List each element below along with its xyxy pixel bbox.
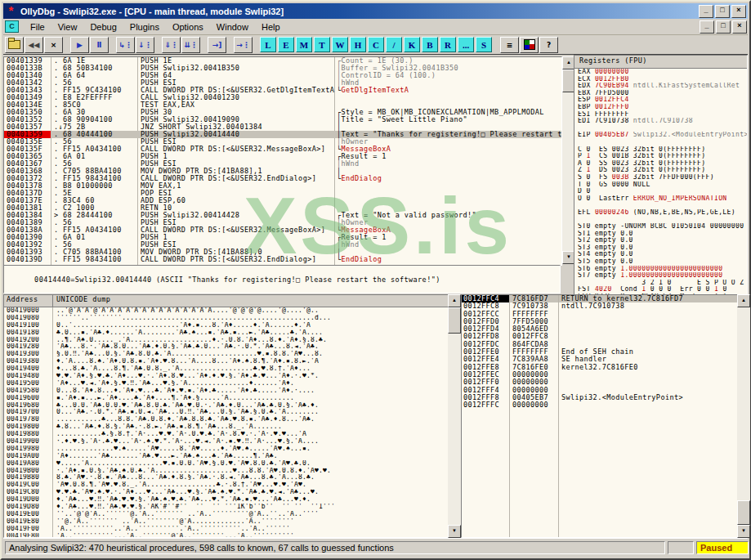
stack-row[interactable]: 0012FFE0FFFFFFFFEnd of SEH chain bbox=[462, 348, 738, 356]
windows-button[interactable]: W bbox=[332, 37, 348, 52]
dump-pane[interactable]: Address UNICODE dump 00419000..'@'A'A'@'… bbox=[3, 294, 449, 538]
dump-row[interactable]: 00419B808.♣.'A♥.·.8.▪.'A♣...8...'A♣.♦.8.… bbox=[4, 474, 449, 482]
disasm-row[interactable]: 00401384> 68 28444100PUSH Swlipi32.00414… bbox=[4, 212, 561, 219]
menu-item-file[interactable]: File bbox=[24, 20, 51, 34]
stack-row[interactable]: 0012FFF400000000 bbox=[462, 387, 738, 394]
register-row[interactable] bbox=[574, 125, 747, 132]
register-row[interactable]: P 1 CS 001B 32bit 0(FFFFFFFF) bbox=[574, 153, 747, 160]
stack-row[interactable]: 0012FFFC00000000 bbox=[462, 401, 738, 409]
registers-pane[interactable]: Registers (FPU) EAX 00000000ECX 0012FFB0… bbox=[574, 55, 748, 295]
disasm-row[interactable]: 0040134E. 85C0TEST EAX,EAX bbox=[4, 101, 561, 109]
register-row[interactable] bbox=[574, 216, 747, 223]
dump-row[interactable]: 00419080''''''..''''''''................… bbox=[4, 315, 449, 322]
animate-into-button[interactable]: ⇓⋮ bbox=[162, 37, 181, 53]
register-row[interactable]: C 0 ES 0023 32bit 0(FFFFFFFF) bbox=[574, 146, 747, 154]
menu-item-debug[interactable]: Debug bbox=[83, 20, 123, 34]
dump-row[interactable]: 00419500'A♦...♥.◄.'A♦.§.♥.‼.'A♣...♥.§.'A… bbox=[4, 380, 449, 388]
menu-item-window[interactable]: Window bbox=[210, 20, 255, 34]
references-button[interactable]: R bbox=[440, 37, 456, 52]
windows-list-button[interactable]: ≡ bbox=[500, 37, 519, 53]
disasm-row[interactable]: 00401393. C705 88BA4100MOV DWORD PTR DS:… bbox=[4, 249, 561, 256]
disasm-row[interactable]: 00401359. 68 40444100PUSH Swlipi32.00414… bbox=[4, 131, 561, 138]
help-button[interactable]: ? bbox=[539, 37, 558, 53]
dump-row[interactable]: 00419880...........♣.§.8.†.'A·...♥.♥.'A·… bbox=[4, 431, 449, 438]
register-row[interactable] bbox=[574, 202, 747, 209]
column-divider[interactable] bbox=[558, 295, 559, 537]
disasm-row[interactable]: 00401368. C705 88BA4100MOV DWORD PTR DS:… bbox=[4, 168, 561, 175]
step-over-button[interactable]: ↓⋮ bbox=[136, 37, 154, 53]
disasm-row[interactable]: 0040137D. 5EPOP ESI bbox=[4, 190, 561, 197]
stack-row[interactable]: 0012FFF800405EB7Swlipi32.<ModuleEntryPoi… bbox=[462, 394, 738, 401]
dump-row[interactable]: 00419900·.♦.♥.§.'A·.♣.♥...'A·.♠.♥.*.'A·.… bbox=[4, 438, 449, 446]
register-row[interactable]: EBX 7FFD5000 bbox=[574, 90, 747, 97]
scroll-down-icon[interactable]: ▼ bbox=[737, 525, 750, 538]
close-button[interactable]: × bbox=[731, 5, 746, 18]
disasm-row[interactable]: 00401365. 6A 01PUSH 1┌Result = 1 bbox=[4, 153, 561, 160]
register-row[interactable]: EDI 7C910738 ntdll.7C910738 bbox=[574, 118, 747, 125]
disasm-row[interactable]: 00401350. 6A 30PUSH 30┌Style = MB_OK|MB_… bbox=[4, 109, 561, 116]
dump-row[interactable]: 00419E80''@.'A..''''''' ..'A..''''''''@'… bbox=[4, 518, 449, 526]
threads-button[interactable]: T bbox=[314, 37, 330, 52]
disasm-row[interactable]: 00401340. 6A 64PUSH 64│ControlID = 64 (1… bbox=[4, 72, 561, 79]
stack-row[interactable]: 0012FFD48054A6ED bbox=[462, 325, 738, 333]
log-window-button[interactable]: L bbox=[260, 37, 276, 52]
register-row[interactable]: ST4 empty 0.0 bbox=[574, 251, 747, 258]
patches-button[interactable]: / bbox=[386, 37, 402, 52]
register-row[interactable]: A 0 SS 0023 32bit 0(FFFFFFFF) bbox=[574, 160, 747, 168]
open-file-button[interactable] bbox=[5, 37, 24, 53]
dump-row[interactable]: 00419180♣.0...▪.'A♣.♦......'A........'A♣… bbox=[4, 329, 449, 337]
dump-row[interactable]: 00419B00·.'A♦.▪.0.§.'A♣.♠.0.♣.'A........… bbox=[4, 468, 449, 475]
scroll-up-icon[interactable]: ▲ bbox=[448, 294, 461, 307]
dump-row[interactable]: 00419A00'A♦.......'A♣.......'A♣.♥...►.'A… bbox=[4, 453, 449, 460]
menu-item-view[interactable]: View bbox=[51, 20, 84, 34]
disasm-row[interactable]: 00401339. 6A 1EPUSH 1E┌Count = 1E (30.) bbox=[4, 57, 561, 65]
stack-row[interactable]: 0012FFF000000000 bbox=[462, 379, 738, 386]
execute-till-return-button[interactable]: →] bbox=[208, 37, 226, 53]
breakpoints-button[interactable]: B bbox=[422, 37, 438, 52]
disasm-row[interactable]: 0040138A. FF15 A0434100CALL DWORD PTR DS… bbox=[4, 226, 561, 234]
disasm-row[interactable]: 00401343. FF15 9C434100CALL DWORD PTR DS… bbox=[4, 87, 561, 94]
animate-over-button[interactable]: ⇊⋮ bbox=[181, 37, 200, 53]
dump-row[interactable]: 00419D00♦.'A♣...♥.‼.'A♣.♥.♥.§.'A♣.♠.♥.♣.… bbox=[4, 496, 449, 504]
disasm-row[interactable]: 00401372. FF15 98434100CALL DWORD PTR DS… bbox=[4, 175, 561, 182]
cpu-window-icon[interactable]: C bbox=[5, 20, 19, 33]
menu-item-options[interactable]: Options bbox=[166, 20, 210, 34]
disasm-row[interactable]: 0040135E. 56PUSH ESI│hOwner bbox=[4, 138, 561, 146]
child-minimize-button[interactable]: _ bbox=[700, 20, 714, 34]
scrollbar-thumb[interactable] bbox=[737, 500, 750, 525]
register-row[interactable]: ST5 empty 0.0 bbox=[574, 258, 747, 266]
register-row[interactable]: Z 1 DS 0023 32bit 0(FFFFFFFF) bbox=[574, 167, 747, 174]
dump-row[interactable]: 00419400♦...8.♣.'A....8.¶.'A♣.0.8._.'A..… bbox=[4, 365, 449, 373]
register-row[interactable]: ST2 empty 0.0 bbox=[574, 237, 747, 244]
dump-scrollbar[interactable]: ▲ ▼ bbox=[448, 294, 461, 538]
register-row[interactable]: ST6 empty 1.0000000000000000000000 bbox=[574, 266, 747, 273]
disasm-row[interactable]: 00401367. 56PUSH ESI│hWnd bbox=[4, 160, 561, 168]
cpu-window-button[interactable]: C bbox=[368, 37, 384, 52]
dump-address-header[interactable]: Address bbox=[4, 295, 53, 307]
disasm-row[interactable]: 00401390. 6A 01PUSH 1┌Result = 1 bbox=[4, 234, 561, 241]
run-trace-button[interactable]: ... bbox=[458, 37, 474, 52]
stack-scrollbar[interactable]: ▲ ▼ bbox=[737, 294, 750, 538]
dump-row[interactable]: 004197000...'A♣.·.0.*.'A♣.▪.0.◄.'A♣...0.… bbox=[4, 409, 449, 416]
run-button[interactable]: ▶ bbox=[70, 37, 89, 53]
dump-row[interactable]: 004195800...8.'A♦.8...♦.'A♦.♥...♣.'A♦.♥.… bbox=[4, 388, 449, 395]
scroll-up-icon[interactable]: ▲ bbox=[737, 294, 750, 307]
register-row[interactable]: ST7 empty 1.0000000000000000000000 bbox=[574, 272, 747, 280]
title-bar[interactable]: * OllyDbg - Swlipi32.exe - [CPU - main t… bbox=[3, 3, 748, 19]
step-into-button[interactable]: ↳⋮ bbox=[116, 37, 135, 53]
disasm-row[interactable]: 00401392. 56PUSH ESI│hWnd bbox=[4, 241, 561, 249]
register-row[interactable]: EIP 00405EB7 Swlipi32.<ModuleEntryPoint> bbox=[574, 132, 747, 139]
disassembly-pane[interactable]: 00401339. 6A 1EPUSH 1E┌Count = 1E (30.)0… bbox=[3, 56, 562, 266]
source-button[interactable]: S bbox=[476, 37, 492, 52]
register-row[interactable]: FST 4020 Cond 1 0 0 0 Err 0 0 1 0 bbox=[574, 286, 747, 293]
minimize-button[interactable]: _ bbox=[699, 5, 713, 18]
dump-row[interactable]: 00419980..............♥.♠.....'A♥.....8.… bbox=[4, 446, 449, 453]
dump-data-header[interactable]: UNICODE dump bbox=[53, 295, 449, 307]
scroll-down-icon[interactable]: ▼ bbox=[448, 525, 461, 538]
disasm-row[interactable]: 00401342. 56PUSH ESI│hWnd bbox=[4, 79, 561, 87]
scrollbar-thumb[interactable] bbox=[448, 307, 461, 334]
register-row[interactable]: T 0 GS 0000 NULL bbox=[574, 181, 747, 189]
executable-modules-button[interactable]: E bbox=[278, 37, 294, 52]
register-row[interactable]: EBP 0012FFF0 bbox=[574, 104, 747, 111]
call-stack-button[interactable]: K bbox=[404, 37, 420, 52]
